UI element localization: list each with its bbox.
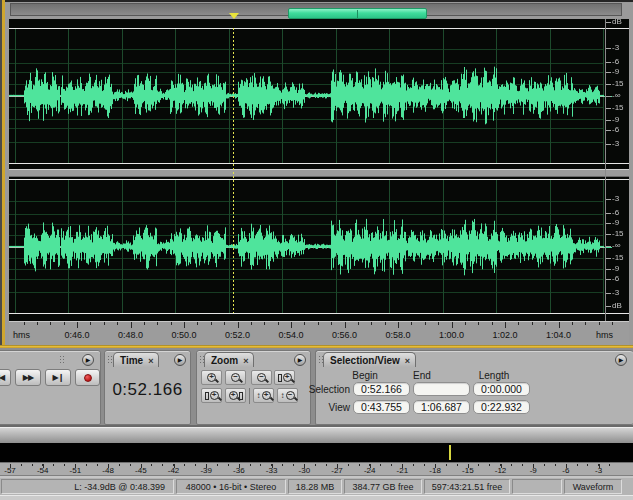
ruler-tick <box>424 464 425 466</box>
ruler-tick <box>250 464 251 466</box>
timeline-tick-label: 0:52.0 <box>225 330 250 340</box>
meter-scale-label: -45 <box>135 466 147 475</box>
meter-scale-label: -30 <box>299 466 311 475</box>
ruler-tick <box>130 464 131 466</box>
ruler-tick <box>251 322 252 325</box>
close-icon[interactable]: × <box>405 356 410 366</box>
timeline-tick-label: 0:56.0 <box>332 330 357 340</box>
ruler-tick <box>32 464 33 466</box>
level-meter[interactable] <box>0 443 633 462</box>
ruler-tick <box>522 464 523 466</box>
status-bar: L: -34.9dB @ 0:48.39948000 • 16-bit • St… <box>0 478 633 495</box>
meter-scale-label: -54 <box>37 466 49 475</box>
zoom-out-icon: − <box>231 373 240 382</box>
zoom-out-horizontal-button[interactable]: − <box>225 370 246 385</box>
selection-end-field[interactable] <box>413 382 470 396</box>
ruler-tick <box>446 464 447 466</box>
selection-begin-field[interactable]: 0:52.166 <box>353 382 410 396</box>
panel-dock: ▶ ◀◀ ▶▶ ▶❙ Time × ▶ 0:52.166 <box>0 348 633 430</box>
tab-selection-view[interactable]: Selection/View × <box>323 352 416 367</box>
meter-scale-label: -51 <box>70 466 82 475</box>
panel-menu-arrow-icon: ▶ <box>298 357 303 363</box>
panel-grip-dots <box>107 355 112 365</box>
ruler-tick <box>478 464 479 466</box>
tab-time-label: Time <box>120 355 143 366</box>
panel-menu-button[interactable]: ▶ <box>174 354 186 366</box>
level-meter-peak-indicator <box>449 445 451 460</box>
db-ruler-label: -∞ <box>612 92 620 100</box>
zoom-panel: Zoom × ▶ + − − + + + <box>196 350 311 425</box>
ruler-tick <box>577 464 578 466</box>
db-ruler-label: -6 <box>612 275 619 283</box>
ruler-tick <box>609 464 610 466</box>
view-begin-field[interactable]: 0:43.755 <box>353 400 410 414</box>
zoom-out-full-button[interactable]: − <box>251 370 272 385</box>
zoom-in-vertical-button[interactable]: ↕ + <box>253 388 274 403</box>
timeline-tick-label: 0:48.0 <box>118 330 143 340</box>
ruler-tick <box>264 322 265 325</box>
db-ruler-label: -15 <box>612 104 624 112</box>
panel-menu-button[interactable]: ▶ <box>82 354 94 366</box>
fast-forward-icon: ▶▶ <box>23 373 33 382</box>
ruler-tick <box>144 322 145 325</box>
tab-time[interactable]: Time × <box>113 352 159 367</box>
zoom-in-vertical-icon: + <box>262 391 271 400</box>
db-ruler-label: -3 <box>612 195 619 203</box>
rewind-button[interactable]: ◀◀ <box>0 369 11 386</box>
ruler-tick <box>348 464 349 466</box>
zoom-out-vertical-button[interactable]: ↕ − <box>277 388 298 403</box>
close-icon[interactable]: × <box>243 356 248 366</box>
ruler-tick <box>64 322 65 325</box>
zoom-selection-icon: + <box>283 373 292 382</box>
meter-scale-label: -42 <box>168 466 180 475</box>
timeline-unit-right: hms <box>596 330 613 340</box>
db-ruler-label: -9 <box>612 68 619 76</box>
app-window: dB-3-6-9-15-∞-15-9-6-3 -3-6-9-15-∞-15-9-… <box>0 0 633 500</box>
ruler-tick <box>572 322 573 325</box>
selection-length-field[interactable]: 0:00.000 <box>473 382 530 396</box>
view-length-field[interactable]: 0:22.932 <box>473 400 530 414</box>
ruler-major-tick <box>238 322 239 328</box>
ruler-tick <box>24 322 25 325</box>
zoom-right-edge-button[interactable]: + <box>225 388 246 403</box>
ruler-major-tick <box>131 322 132 328</box>
close-icon[interactable]: × <box>148 356 153 366</box>
ruler-tick <box>465 322 466 325</box>
ruler-tick <box>331 322 332 325</box>
timeline-ruler[interactable]: hms 0:46.00:48.00:50.00:52.00:54.00:56.0… <box>9 321 629 345</box>
panel-menu-button[interactable]: ▶ <box>615 354 627 366</box>
ruler-tick <box>478 322 479 325</box>
ruler-tick <box>53 464 54 466</box>
ruler-tick <box>197 322 198 325</box>
tab-zoom[interactable]: Zoom × <box>204 352 254 367</box>
panel-menu-button[interactable]: ▶ <box>294 354 306 366</box>
ruler-major-tick <box>398 322 399 328</box>
zoom-in-horizontal-button[interactable]: + <box>201 370 222 385</box>
playhead-marker-top[interactable] <box>229 13 239 19</box>
timeline-tick-label: 0:50.0 <box>171 330 196 340</box>
row-label-selection: Selection <box>302 384 350 395</box>
meter-scale-label: -39 <box>200 466 212 475</box>
go-to-end-button[interactable]: ▶❙ <box>45 369 71 386</box>
waveform-display[interactable] <box>0 0 633 350</box>
view-end-field[interactable]: 1:06.687 <box>413 400 470 414</box>
record-button[interactable] <box>75 369 100 386</box>
db-ruler-label: -6 <box>612 58 619 66</box>
panel-menu-arrow-icon: ▶ <box>178 357 183 363</box>
time-panel: Time × ▶ 0:52.166 <box>104 350 191 425</box>
ruler-tick <box>278 322 279 325</box>
zoom-to-selection-button[interactable]: + <box>274 370 295 385</box>
zoom-left-edge-button[interactable]: + <box>201 388 222 403</box>
ruler-tick <box>612 322 613 325</box>
status-cell: 18.28 MB <box>288 479 342 494</box>
db-ruler-label: -∞ <box>612 242 620 250</box>
fast-forward-button[interactable]: ▶▶ <box>15 369 41 386</box>
status-cell: Waveform <box>564 479 622 494</box>
vertical-arrows-icon: ↕ <box>257 392 261 400</box>
ruler-tick <box>171 322 172 325</box>
db-ruler-label: -6 <box>612 209 619 217</box>
status-cell: 384.77 GB free <box>344 479 422 494</box>
ruler-tick <box>511 464 512 466</box>
ruler-tick <box>211 322 212 325</box>
meter-scale-label: -57 <box>4 466 16 475</box>
